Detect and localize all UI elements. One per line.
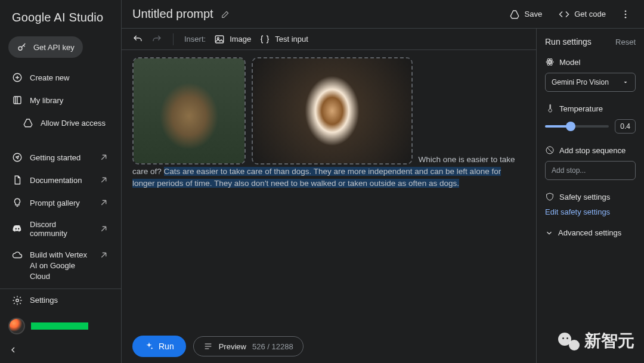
temperature-label: Temperature — [545, 104, 636, 113]
svg-point-4 — [16, 299, 19, 302]
user-row[interactable] — [0, 312, 121, 340]
prompt-editor[interactable]: Which one is easier to take care of? Cat… — [122, 50, 536, 330]
stop-circle-icon — [545, 145, 555, 155]
image-thumbnail-cat[interactable] — [132, 57, 246, 165]
chevron-left-icon — [8, 345, 18, 355]
get-api-key-button[interactable]: Get API key — [8, 36, 83, 58]
settings-label: Settings — [30, 296, 58, 305]
shield-icon — [545, 192, 555, 201]
gear-icon — [12, 295, 23, 306]
edit-safety-link[interactable]: Edit safety settings — [545, 207, 636, 216]
model-select[interactable]: Gemini Pro Vision — [545, 73, 636, 92]
image-icon — [214, 34, 225, 45]
discord-icon — [12, 224, 23, 234]
temperature-value[interactable]: 0.4 — [615, 119, 636, 134]
editor-pane: Insert: Image Test input Which one is ea… — [122, 29, 537, 363]
svg-point-3 — [13, 153, 21, 162]
reset-button[interactable]: Reset — [615, 38, 636, 46]
sidebar-item-prompt-gallery[interactable]: Prompt gallery — [0, 191, 121, 214]
chevron-down-icon — [622, 79, 629, 86]
redo-icon[interactable] — [151, 34, 162, 45]
run-label: Run — [159, 342, 174, 351]
model-response-text: Cats are easier to take care of than dog… — [132, 167, 501, 188]
token-count: 526 / 12288 — [252, 342, 293, 351]
more-vert-icon — [620, 9, 631, 20]
image-thumbnail-dog[interactable] — [252, 57, 413, 165]
avatar — [8, 318, 25, 334]
advanced-settings-toggle[interactable]: Advanced settings — [545, 228, 636, 237]
discord-label: Discord community — [30, 220, 91, 238]
library-icon — [12, 95, 23, 106]
undo-icon[interactable] — [132, 34, 143, 45]
stop-sequence-input[interactable] — [545, 161, 636, 180]
cloud-icon — [12, 250, 23, 260]
temperature-slider[interactable] — [545, 125, 609, 128]
sidebar-item-documentation[interactable]: Documentation — [0, 169, 121, 191]
page-title: Untitled prompt — [132, 7, 213, 21]
list-icon — [203, 342, 213, 351]
api-key-label: Get API key — [33, 43, 75, 52]
key-icon — [17, 42, 27, 52]
lightbulb-icon — [12, 197, 23, 208]
code-icon — [559, 9, 569, 20]
sidebar-item-getting-started[interactable]: Getting started — [0, 146, 121, 169]
run-button[interactable]: Run — [132, 336, 186, 357]
sidebar-item-allow-drive[interactable]: Allow Drive access — [0, 111, 121, 134]
image-label: Image — [230, 35, 251, 44]
sidebar-item-settings[interactable]: Settings — [0, 289, 121, 312]
doc-icon — [12, 175, 23, 185]
safety-label: Safety settings — [545, 192, 636, 201]
svg-point-7 — [625, 16, 627, 18]
user-name-redacted — [31, 322, 88, 330]
sidebar-item-my-library[interactable]: My library — [0, 89, 121, 111]
insert-label: Insert: — [184, 35, 206, 44]
external-link-icon — [98, 224, 109, 234]
footer-bar: Run Preview 526 / 12288 — [122, 330, 536, 363]
external-link-icon — [98, 250, 109, 260]
stop-sequence-label: Add stop sequence — [545, 145, 636, 155]
sidebar-item-discord[interactable]: Discord community — [0, 214, 121, 244]
svg-rect-8 — [215, 36, 224, 43]
svg-point-5 — [625, 10, 627, 12]
plus-circle-icon — [12, 72, 23, 83]
preview-label: Preview — [219, 342, 246, 351]
chevron-down-icon — [545, 229, 553, 237]
external-link-icon — [98, 197, 109, 208]
test-input-label: Test input — [275, 35, 308, 44]
sidebar-item-create-new[interactable]: Create new — [0, 66, 121, 89]
settings-title: Run settings — [545, 37, 592, 46]
sidebar: Google AI Studio Get API key Create new … — [0, 0, 122, 363]
prompt-gallery-label: Prompt gallery — [30, 198, 80, 207]
model-label: Model — [545, 57, 636, 67]
save-label: Save — [525, 10, 543, 18]
save-button[interactable]: Save — [504, 5, 547, 23]
drive-icon — [23, 117, 33, 128]
sparkle-icon — [144, 342, 154, 351]
advanced-label: Advanced settings — [558, 228, 621, 237]
model-value: Gemini Pro Vision — [552, 78, 609, 86]
edit-icon[interactable] — [221, 10, 230, 19]
get-code-button[interactable]: Get code — [554, 5, 611, 23]
braces-icon — [259, 34, 270, 45]
insert-image-button[interactable]: Image — [214, 34, 251, 45]
svg-point-10 — [549, 61, 551, 63]
thermometer-icon — [545, 104, 555, 113]
documentation-label: Documentation — [30, 176, 82, 185]
preview-pill[interactable]: Preview 526 / 12288 — [193, 336, 304, 356]
getting-started-label: Getting started — [30, 153, 80, 162]
editor-toolbar: Insert: Image Test input — [122, 29, 536, 50]
run-settings-pane: Run settings Reset Model Gemini Pro Visi… — [537, 29, 644, 363]
my-library-label: My library — [30, 96, 63, 105]
atom-icon — [545, 57, 555, 67]
insert-test-input-button[interactable]: Test input — [259, 34, 308, 45]
allow-drive-label: Allow Drive access — [41, 119, 106, 128]
app-logo: Google AI Studio — [0, 0, 121, 32]
svg-point-6 — [625, 13, 627, 15]
more-menu-button[interactable] — [618, 7, 633, 22]
collapse-sidebar-button[interactable] — [0, 340, 121, 363]
create-new-label: Create new — [30, 73, 69, 82]
external-link-icon — [98, 152, 109, 163]
sidebar-item-vertex[interactable]: Build with Vertex AI on Google Cloud — [0, 244, 121, 288]
topbar: Untitled prompt Save Get code — [122, 0, 644, 29]
drive-save-icon — [509, 9, 520, 20]
